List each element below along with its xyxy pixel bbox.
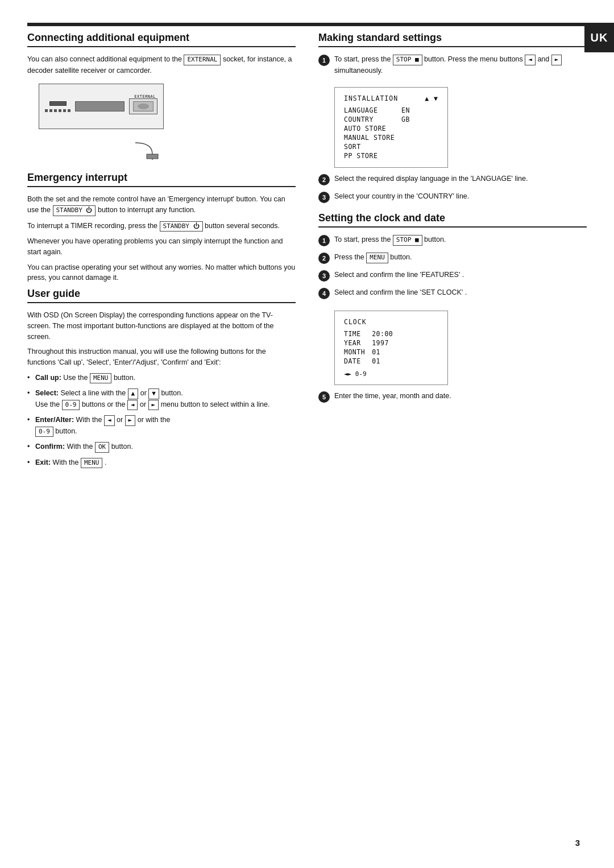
osd-value-year: 1997 <box>372 338 393 348</box>
setting-step1-content: To start, press the STOP ■ button. <box>334 234 587 246</box>
confirm-text2: button. <box>111 443 133 450</box>
emergency-text1b: button to interrupt any function. <box>98 206 196 214</box>
exit-bold: Exit: <box>35 458 51 466</box>
two-column-layout: Connecting additional equipment You can … <box>27 32 587 473</box>
osd-clock-arrows: ◄► 0-9 <box>344 370 438 378</box>
userguide-section: User guide With OSD (On Screen Display) … <box>27 288 296 468</box>
menu-button-callup: MENU <box>90 373 112 384</box>
bullet-enter: Enter/Alter: With the ◄ or ► or with the… <box>27 415 296 437</box>
osd-label-sort: SORT <box>344 142 401 151</box>
select-or1: or <box>140 389 149 397</box>
making-step1-text: To start, press the <box>334 55 391 63</box>
step-num-1: 1 <box>318 55 330 66</box>
osd-row-manualstore: MANUAL STORE <box>344 133 410 142</box>
emergency-p3: Whenever you have operating problems you… <box>27 236 296 258</box>
vcr-dot <box>59 109 61 112</box>
setting-step5-content: Enter the time, year, month and date. <box>334 391 587 402</box>
making-step3-content: Select your country in the 'COUNTRY' lin… <box>334 191 587 202</box>
enter-bold: Enter/Alter: <box>35 416 74 424</box>
select-text1: Select a line with the <box>60 389 127 397</box>
up-arrow-button: ▲ <box>128 388 139 399</box>
setting-step-num-1: 1 <box>318 235 330 246</box>
setting-step1b: button. <box>424 235 446 243</box>
bullet-select: Select: Select a line with the ▲ or ▼ bu… <box>27 388 296 410</box>
osd-label-ppstore: PP STORE <box>344 151 401 160</box>
stop-button-setting: STOP ■ <box>393 235 422 246</box>
external-button-label: EXTERNAL <box>184 55 221 65</box>
userguide-p2: Throughout this instruction manual, you … <box>27 346 296 368</box>
emergency-p1: Both the set and the remote control have… <box>27 194 296 216</box>
callup-bold: Call up: <box>35 374 61 382</box>
osd-label-autostore: AUTO STORE <box>344 124 401 133</box>
making-step1b: button. Press the menu buttons <box>424 55 523 63</box>
osd-value-ppstore <box>401 151 410 160</box>
setting-step3-content: Select and confirm the line 'FEATURES' . <box>334 270 587 280</box>
making-and: and <box>537 55 549 63</box>
osd-row-language: LANGUAGE EN <box>344 106 410 115</box>
osd-label-country: COUNTRY <box>344 115 401 124</box>
setting-step3: 3 Select and confirm the line 'FEATURES'… <box>318 270 587 282</box>
enter-text1: With the <box>76 416 104 424</box>
connecting-paragraph: You can also connect additional equipmen… <box>27 54 296 76</box>
confirm-bold: Confirm: <box>35 443 65 450</box>
enter-text3: button. <box>55 427 77 435</box>
setting-heading: Setting the clock and date <box>318 212 587 228</box>
menu-button-exit: MENU <box>81 458 103 469</box>
setting-step1-text: To start, press the <box>334 235 391 243</box>
osd-value-time: 20:00 <box>372 329 393 338</box>
osd-installation-box: INSTALLATION ▲ ▼ LANGUAGE EN COUNTRY GB <box>334 87 448 168</box>
osd-row-autostore: AUTO STORE <box>344 124 410 133</box>
bullet-confirm: Confirm: With the OK button. <box>27 441 296 453</box>
ok-button: OK <box>95 442 109 453</box>
osd-label-month: MONTH <box>344 348 372 357</box>
page: UK Connecting additional equipment You c… <box>0 0 614 868</box>
osd-label-manualstore: MANUAL STORE <box>344 133 401 142</box>
osd-row-sort: SORT <box>344 142 410 151</box>
right-column: Making standard settings 1 To start, pre… <box>318 32 587 473</box>
setting-step4-content: Select and confirm the line 'SET CLOCK' … <box>334 287 587 298</box>
right-arrow-select: ► <box>148 400 159 411</box>
emergency-p4: You can practise operating your set with… <box>27 262 296 284</box>
osd-value-country: GB <box>401 115 410 124</box>
step-num-3: 3 <box>318 192 330 203</box>
select-text3: buttons or the <box>82 400 127 408</box>
vcr-illustration-container: EXTERNAL <box>39 84 296 162</box>
osd-row-ppstore: PP STORE <box>344 151 410 160</box>
connecting-text: You can also connect additional equipmen… <box>27 55 182 63</box>
vcr-illustration: EXTERNAL <box>39 84 164 129</box>
vcr-port-circle <box>138 104 149 109</box>
connecting-heading: Connecting additional equipment <box>27 32 296 47</box>
osd-installation-title: INSTALLATION ▲ ▼ <box>344 94 438 102</box>
osd-value-sort <box>401 142 410 151</box>
down-arrow-button: ▼ <box>148 388 159 399</box>
emergency-section: Emergency interrupt Both the set and the… <box>27 172 296 283</box>
vcr-external-label: EXTERNAL <box>134 94 156 99</box>
osd-label-language: LANGUAGE <box>344 106 401 115</box>
bullet-list: Call up: Use the MENU button. Select: Se… <box>27 373 296 469</box>
vcr-top-element <box>49 101 67 106</box>
bullet-exit: Exit: With the MENU . <box>27 457 296 469</box>
emergency-p2: To interrupt a TIMER recording, press th… <box>27 221 296 232</box>
vcr-cable <box>135 137 296 162</box>
osd-installation-table: LANGUAGE EN COUNTRY GB AUTO STORE MAN <box>344 106 410 160</box>
userguide-p1: With OSD (On Screen Display) the corresp… <box>27 310 296 342</box>
osd-installation-arrows: ▲ ▼ <box>425 94 438 102</box>
osd-label-year: YEAR <box>344 338 372 348</box>
vcr-front: EXTERNAL <box>39 84 163 129</box>
vcr-connector-port <box>133 101 154 111</box>
top-border <box>27 23 587 26</box>
cable-svg <box>135 137 169 160</box>
setting-step1: 1 To start, press the STOP ■ button. <box>318 234 587 246</box>
vcr-tape-slot <box>75 101 125 111</box>
exit-text2: . <box>105 458 106 466</box>
standby-button-2: STANDBY ⏻ <box>160 221 203 232</box>
vcr-dot <box>68 109 70 112</box>
connecting-section: Connecting additional equipment You can … <box>27 32 296 162</box>
osd-value-date: 01 <box>372 357 393 366</box>
vcr-dot <box>54 109 57 112</box>
setting-step-num-3: 3 <box>318 270 330 282</box>
vcr-left-section <box>45 101 70 112</box>
right-arr-making: ► <box>551 55 562 65</box>
step-num-2: 2 <box>318 174 330 185</box>
page-number: 3 <box>575 838 580 848</box>
